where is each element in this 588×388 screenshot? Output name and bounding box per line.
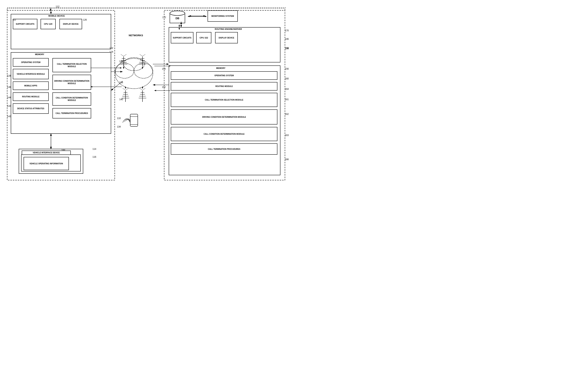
cpu-left: CPU 120	[41, 19, 56, 29]
networks-label: NETWORKS	[123, 34, 149, 37]
svg-line-40	[143, 54, 145, 56]
svg-point-73	[170, 11, 185, 16]
ref-132: 132	[7, 105, 11, 107]
ref-158: 158	[285, 47, 289, 49]
call-termination-proc-right: CALL TERMINATION PROCUDURES	[171, 143, 277, 155]
ref-124: 124	[109, 50, 113, 53]
driving-condition-left: DRIVING CONDITION DETERMINATION MODULE	[52, 75, 91, 90]
routing-module-right: ROUTING MODULE	[171, 82, 277, 91]
operating-system-right: OPERATING SYSTEM	[171, 71, 277, 80]
svg-point-25	[134, 63, 153, 78]
ref-128: 128	[7, 74, 11, 77]
svg-line-33	[123, 54, 126, 56]
ref-136: 136	[7, 86, 11, 89]
ref-126: 126	[83, 19, 87, 21]
call-termination-selection-right: CALL TERMINATION SELECTION MODULE	[171, 93, 277, 107]
svg-text:DB: DB	[175, 17, 179, 20]
ref-144: 144	[7, 96, 11, 99]
vehicle-interface-module: VEHICLE INTERFACE MODULE	[13, 69, 49, 79]
ref-170: 170	[285, 29, 289, 32]
ref-142: 142	[7, 115, 11, 118]
support-circuits-left: SUPPORT CIRCUITS	[13, 19, 37, 29]
display-device-right: DISPLAY DEVICE	[215, 32, 238, 43]
call-termination-proc-left: CALL TERMINATION PROCUDURES	[52, 108, 91, 119]
svg-line-47	[125, 88, 128, 90]
memory-label-left: MEMORY	[30, 53, 49, 55]
ref-166: 166	[285, 158, 289, 161]
svg-line-54	[143, 88, 145, 90]
call-condition-right: CALL CONDITION DETERMINATION MODULE	[171, 127, 277, 141]
ref-161: 161	[285, 98, 289, 101]
ref-116: 116	[93, 156, 96, 158]
call-termination-selection-left: CALL TERMINATION SELECTION MODULE	[52, 58, 91, 72]
driving-condition-right: DRIVING CONDITION DETERMINATION MODULE	[171, 109, 277, 124]
ref-163: 163	[285, 134, 289, 137]
monitoring-system: MONITORING SYSTEM	[208, 10, 238, 22]
support-circuits-right: SUPPORT CIRCUITS	[171, 32, 194, 43]
ref-162: 162	[285, 113, 289, 116]
svg-line-46	[123, 88, 125, 90]
ref-164: 164	[285, 88, 289, 90]
ref-172: 172	[162, 16, 166, 19]
ref-156: 156	[285, 68, 289, 70]
call-condition-left: CALL CONDITION DETERMINATION MODULE	[52, 93, 91, 106]
operating-system-left: OPERATING SYSTEM	[13, 58, 49, 67]
ref-114: 114	[93, 148, 96, 150]
display-device-left: DISPLAY DEVICE	[59, 19, 82, 29]
routing-engine-label: ROUTING ENGINE/SERVER	[200, 28, 257, 30]
ref-160: 160	[285, 77, 289, 80]
vehicle-operating-info: VEHICLE OPERATING INFORMATION	[24, 157, 69, 170]
ref-122: 122	[13, 19, 16, 21]
vehicle-interface-device-label: VEHICLE INTERFACE DEVICE	[22, 150, 71, 155]
mobile-device-label: MOBILE DEVICE	[36, 15, 77, 17]
svg-line-53	[140, 88, 143, 90]
cpu-right: CPU 152	[196, 32, 211, 43]
ref-102: 102	[109, 47, 113, 49]
device-status: DEVICE STATUS ATTRIBUTES	[13, 103, 49, 114]
routing-module-left: ROUTING MODULE	[13, 93, 49, 101]
ref-106: 106	[285, 38, 289, 40]
mobile-apps: MOBILE APPS	[13, 81, 49, 90]
svg-line-39	[140, 54, 143, 56]
svg-line-32	[121, 54, 123, 56]
memory-label-right: MEMORY	[211, 67, 230, 69]
